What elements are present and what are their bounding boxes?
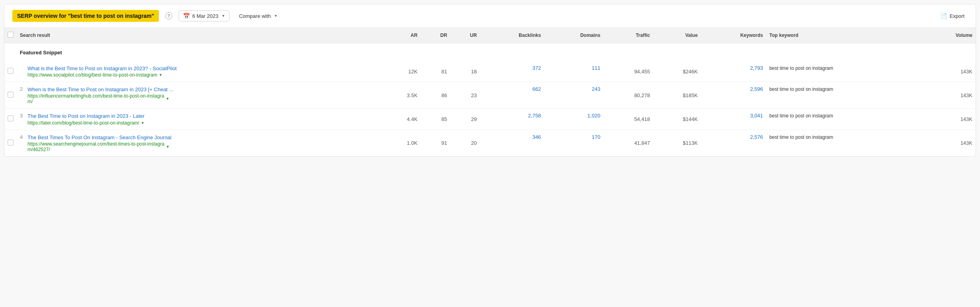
result-title-link[interactable]: The Best Times To Post On Instagram - Se… (27, 134, 172, 141)
ar-val: 3.5K (382, 82, 421, 109)
table-header-row: Search result AR DR UR Backlinks Domains… (4, 28, 976, 43)
result-url: https://influencermarketinghub.com/best-… (27, 93, 173, 104)
domains-val: 1,020 (544, 109, 604, 130)
keywords-val: 3,041 (701, 109, 766, 130)
traffic-val: 41,847 (604, 130, 653, 156)
result-url: https://later.com/blog/best-time-to-post… (27, 120, 145, 126)
serp-title-badge: SERP overview for "best time to post on … (12, 10, 159, 22)
ur-val: 29 (450, 109, 480, 130)
table-row: 3 The Best Time to Post on Instagram in … (4, 109, 976, 130)
result-title-link[interactable]: What is the Best Time to Post on Instagr… (27, 65, 177, 72)
results-table: Search result AR DR UR Backlinks Domains… (4, 28, 976, 156)
col-domains: Domains (544, 28, 604, 43)
ur-val: 20 (450, 130, 480, 156)
result-title-link[interactable]: When is the Best Time to Post on Instagr… (27, 86, 173, 93)
ur-val: 18 (450, 61, 480, 82)
result-url: https://www.searchenginejournal.com/best… (27, 141, 172, 152)
row-checkbox[interactable] (8, 115, 14, 121)
keywords-val: 2,596 (701, 82, 766, 109)
table-row: 1 What is the Best Time to Post on Insta… (4, 61, 976, 82)
ar-val: 1.0K (382, 130, 421, 156)
col-volume: Volume (924, 28, 976, 43)
row-checkbox-col (4, 82, 17, 109)
traffic-val: 54,418 (604, 109, 653, 130)
featured-checkbox-col (4, 43, 17, 61)
search-result-cell: 3 The Best Time to Post on Instagram in … (17, 109, 382, 130)
col-ar: AR (382, 28, 421, 43)
row-number: 3 (20, 113, 24, 119)
row-number: 2 (20, 86, 24, 92)
select-all-checkbox[interactable] (8, 32, 14, 38)
top-keyword-val: best time to post on instagram (766, 109, 924, 130)
col-dr: DR (421, 28, 450, 43)
chevron-down-icon: ▼ (222, 14, 225, 18)
ar-val: 12K (382, 61, 421, 82)
row-checkbox[interactable] (8, 92, 14, 98)
keywords-val: 2,793 (701, 61, 766, 82)
help-icon[interactable]: ? (165, 12, 172, 19)
col-traffic: Traffic (604, 28, 653, 43)
header-checkbox-col (4, 28, 17, 43)
top-keyword-val: best time to post on instagram (766, 130, 924, 156)
volume-val: 143K (924, 130, 976, 156)
url-dropdown-icon[interactable]: ▼ (166, 145, 170, 149)
volume-val: 143K (924, 61, 976, 82)
export-icon: 📄 (940, 13, 947, 19)
value-val: $185K (653, 82, 701, 109)
backlinks-val: 372 (480, 61, 544, 82)
domains-val: 243 (544, 82, 604, 109)
search-result-cell: 1 What is the Best Time to Post on Insta… (17, 61, 382, 82)
header: SERP overview for "best time to post on … (4, 4, 976, 28)
domains-val: 111 (544, 61, 604, 82)
compare-label: Compare with (239, 13, 271, 19)
export-label: Export (949, 13, 965, 19)
featured-header-row: Featured Snippet (4, 43, 976, 61)
backlinks-val: 662 (480, 82, 544, 109)
url-dropdown-icon[interactable]: ▼ (141, 121, 145, 125)
search-result-cell: 2 When is the Best Time to Post on Insta… (17, 82, 382, 109)
compare-with-button[interactable]: Compare with ▼ (236, 11, 281, 21)
url-dropdown-icon[interactable]: ▼ (166, 97, 169, 101)
dr-val: 85 (421, 109, 450, 130)
url-dropdown-icon[interactable]: ▼ (159, 73, 162, 77)
volume-val: 143K (924, 109, 976, 130)
export-button[interactable]: 📄 Export (937, 11, 968, 21)
col-ur: UR (450, 28, 480, 43)
dr-val: 81 (421, 61, 450, 82)
traffic-val: 80,278 (604, 82, 653, 109)
traffic-val: 94,455 (604, 61, 653, 82)
table-row: 4 The Best Times To Post On Instagram - … (4, 130, 976, 156)
date-label: 6 Mar 2023 (192, 13, 218, 19)
ar-val: 4.4K (382, 109, 421, 130)
volume-val: 143K (924, 82, 976, 109)
row-number: 4 (20, 134, 24, 140)
row-checkbox[interactable] (8, 68, 14, 74)
row-checkbox[interactable] (8, 140, 14, 146)
dr-val: 86 (421, 82, 450, 109)
date-picker-button[interactable]: 📅 6 Mar 2023 ▼ (179, 10, 230, 21)
search-result-cell: 4 The Best Times To Post On Instagram - … (17, 130, 382, 156)
value-val: $246K (653, 61, 701, 82)
row-checkbox-col (4, 61, 17, 82)
chevron-down-icon: ▼ (274, 14, 278, 18)
col-value: Value (653, 28, 701, 43)
featured-label: Featured Snippet (17, 43, 976, 61)
result-title-link[interactable]: The Best Time to Post on Instagram in 20… (27, 113, 145, 120)
col-top-keyword: Top keyword (766, 28, 924, 43)
calendar-icon: 📅 (183, 13, 190, 19)
col-backlinks: Backlinks (480, 28, 544, 43)
domains-val: 170 (544, 130, 604, 156)
backlinks-val: 2,758 (480, 109, 544, 130)
value-val: $113K (653, 130, 701, 156)
top-keyword-val: best time to post on instagram (766, 82, 924, 109)
col-keywords: Keywords (701, 28, 766, 43)
value-val: $144K (653, 109, 701, 130)
results-table-wrapper: Search result AR DR UR Backlinks Domains… (4, 28, 976, 156)
table-row: 2 When is the Best Time to Post on Insta… (4, 82, 976, 109)
backlinks-val: 346 (480, 130, 544, 156)
result-url: https://www.socialpilot.co/blog/best-tim… (27, 72, 177, 78)
row-checkbox-col (4, 109, 17, 130)
serp-overview-panel: SERP overview for "best time to post on … (4, 4, 976, 157)
dr-val: 91 (421, 130, 450, 156)
row-checkbox-col (4, 130, 17, 156)
